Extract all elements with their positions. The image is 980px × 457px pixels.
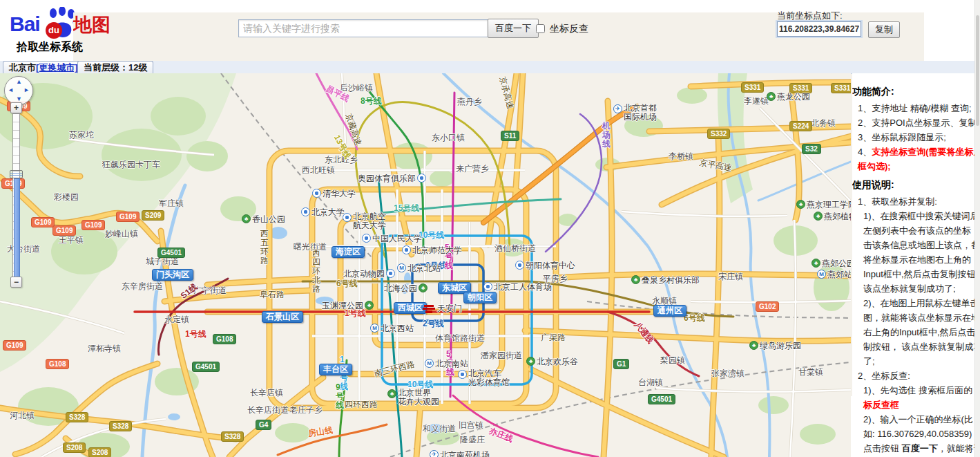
town-label: 台湖镇	[638, 377, 663, 389]
zoom-slider-handle[interactable]	[10, 170, 23, 178]
road-shield: G102	[756, 301, 779, 312]
tiananmen-icon	[423, 305, 435, 313]
poi-label[interactable]: 北京汽车光彩体育馆	[458, 369, 510, 387]
subway-line-label: 2号线	[423, 318, 444, 330]
park-icon: ♣	[796, 200, 805, 209]
road-name-label: 广渠路	[541, 332, 566, 344]
poi-label[interactable]: 北京师范大学	[402, 245, 462, 257]
pan-up-arrow-icon[interactable]: ▲	[16, 79, 22, 85]
pan-left-arrow-icon[interactable]: ◄	[8, 87, 14, 93]
city-tab: 北京市[更换城市]	[3, 61, 84, 73]
map-canvas[interactable]: 苏家坨狂飙乐园卡丁车东北旺乡西北旺镇后沙峪镇燕丹乡东小口镇来广营乡曙光街道彩楼园…	[0, 73, 851, 457]
road-name-label: 阜石路	[260, 289, 285, 301]
poi-label[interactable]: 北京动物园	[343, 268, 395, 280]
road-shield: G4	[256, 420, 271, 430]
instructions-sidebar: 功能简介:1、支持地址 精确/模糊 查询;2、支持POI点坐标显示、复制;3、坐…	[852, 73, 977, 457]
poi-label[interactable]: ♣燕郊植物园	[814, 211, 851, 223]
road-shield: S328	[66, 412, 88, 422]
sidebar-text-line: 标反查框	[852, 398, 977, 412]
poi-label[interactable]: ♣燕京理工学院	[796, 199, 851, 211]
road-shield: G109	[116, 212, 140, 222]
poi-label[interactable]: 朝阳体育中心	[515, 260, 575, 272]
copy-button[interactable]: 复制	[868, 21, 900, 38]
town-label: 东小口镇	[432, 132, 465, 144]
page-scrollbar-thumb[interactable]	[976, 15, 979, 126]
poi-label[interactable]: 北海公园♣	[384, 283, 427, 295]
poi-label[interactable]: ♣北京世界花卉大观园	[387, 389, 439, 407]
airport-icon: ✈	[430, 450, 439, 457]
sidebar-text-line: 该点坐标就复制成功了;	[852, 281, 977, 296]
road-shield: S208	[63, 442, 86, 453]
poi-label[interactable]: 北京大学	[301, 207, 345, 218]
sidebar-text-line: 2、坐标反查:	[852, 369, 977, 383]
district-label: 门头沟区	[152, 269, 193, 281]
zoom-level-tab: 当前层级：12级	[77, 61, 153, 73]
logo-text-bai: Bai	[10, 12, 40, 36]
reverse-lookup-option[interactable]: 坐标反查	[533, 22, 588, 35]
town-label: 隆盛庄	[460, 434, 485, 446]
poi-label[interactable]: M北京南站	[425, 358, 468, 370]
subway-line-label: 10号线	[419, 230, 444, 241]
poi-label[interactable]: ✈北京南苑机场	[430, 449, 490, 457]
sidebar-text-line: 2)、输入一个正确的坐标(比	[852, 412, 977, 427]
subway-line-label: 6号线	[684, 313, 705, 324]
pan-down-arrow-icon[interactable]: ▼	[16, 96, 22, 102]
town-label: 王平镇	[59, 234, 84, 246]
town-label: 潘家园街道	[481, 350, 522, 362]
poi-label[interactable]: M燕郊站	[817, 269, 851, 281]
poi-label[interactable]: ♣北京欢乐谷	[526, 356, 578, 368]
sidebar-text-line: Input框中,然后点击复制按钮，	[852, 267, 977, 281]
road-name-label: 南三环西路	[373, 358, 416, 380]
poi-label[interactable]: M北京西站	[370, 323, 414, 335]
tiananmen-label: 天安门	[437, 303, 462, 315]
poi-label[interactable]: 奥园体育俱乐部	[358, 173, 426, 185]
poi-label[interactable]: ♣燕龙公园	[767, 91, 810, 103]
road-shield: S328	[221, 431, 244, 442]
page-scrollbar[interactable]	[974, 0, 980, 457]
road-name-label: 京平高速	[698, 157, 733, 174]
metro-station-icon: M	[817, 270, 826, 279]
poi-label[interactable]: ✈北京首都国际机场	[613, 104, 657, 122]
reverse-lookup-checkbox[interactable]	[536, 24, 545, 33]
zoom-out-button[interactable]: −	[10, 277, 22, 288]
poi-label[interactable]: 中国人民大学	[362, 233, 422, 245]
road-shield: S32	[802, 144, 821, 154]
poi-label[interactable]: ♣香山公园	[242, 214, 285, 225]
park-icon: ♣	[814, 212, 823, 221]
town-label: 苏家坨	[69, 129, 94, 141]
road-name-label: 京承高速	[497, 75, 517, 111]
poi-label[interactable]: 北京航空航天大学	[343, 212, 386, 230]
town-label: 李桥镇	[669, 151, 693, 162]
poi-label[interactable]: 玉渊潭公园♣	[322, 300, 374, 312]
sidebar-text-line: 2)、在地图上用鼠标左键单击	[852, 296, 977, 310]
town-label: 北务镇	[811, 118, 836, 129]
tiananmen-marker[interactable]: 天安门	[423, 303, 462, 315]
poi-label[interactable]: 清华大学	[312, 188, 356, 200]
coord-label: 当前坐标点如下:	[777, 10, 843, 22]
park-icon: ♣	[242, 214, 251, 223]
district-label: 朝阳区	[463, 292, 497, 304]
search-button[interactable]: 百度一下	[488, 19, 539, 38]
pan-right-arrow-icon[interactable]: ►	[23, 87, 30, 93]
poi-label[interactable]: ♣绿岛游乐园	[749, 340, 801, 352]
zoom-in-button[interactable]: +	[10, 102, 22, 113]
map-pan-control[interactable]: ▲ ▼ ◄ ►	[4, 76, 33, 105]
sidebar-text-line: 1)、先勾选住 搜索框后面的 坐	[852, 383, 977, 398]
road-shield: S331	[741, 82, 764, 93]
park-icon: ♣	[811, 259, 820, 268]
poi-label[interactable]: ♣燕郊公园	[811, 258, 851, 270]
town-label: 军庄镇	[159, 198, 184, 209]
poi-label[interactable]: M北京北站	[397, 263, 441, 274]
change-city-link[interactable]: [更换城市]	[36, 62, 78, 73]
town-label: 长辛店镇	[250, 387, 283, 399]
district-label: 西城区	[394, 302, 427, 314]
sidebar-text-line: 框勾选);	[852, 159, 977, 174]
town-label: 燕丹乡	[457, 96, 482, 108]
sidebar-text-line: 了;	[852, 354, 977, 369]
coord-input[interactable]	[777, 21, 861, 37]
poi-label[interactable]: ♣叠泉乡村俱乐部	[631, 274, 700, 286]
subway-line-label: 机场线	[602, 122, 611, 149]
road-shield: S11	[501, 131, 519, 141]
search-input[interactable]	[238, 19, 488, 37]
park-icon: ♣	[767, 92, 776, 101]
